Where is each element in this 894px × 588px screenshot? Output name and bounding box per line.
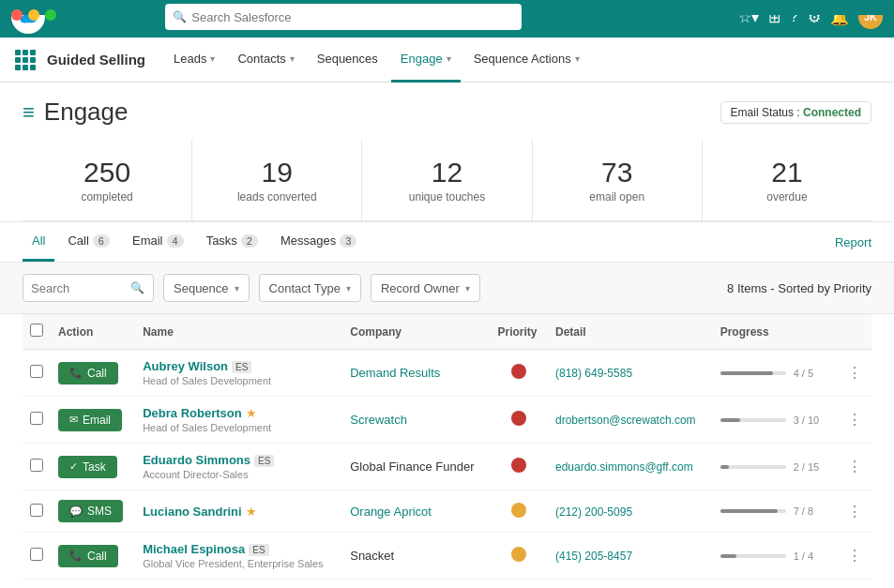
table-row: 💬 SMS Luciano Sandrini★ Orange Apricot (… xyxy=(23,490,871,533)
tab-messages[interactable]: Messages 3 xyxy=(271,222,366,262)
select-all-checkbox[interactable] xyxy=(30,324,43,337)
col-priority: Priority xyxy=(490,314,548,350)
company-name: Global Finance Funder xyxy=(350,460,474,474)
detail-link[interactable]: (818) 649-5585 xyxy=(555,367,632,380)
detail-link[interactable]: drobertson@screwatch.com xyxy=(555,414,696,427)
col-name: Name xyxy=(135,314,342,350)
nav-sequences[interactable]: Sequences xyxy=(308,38,387,83)
contact-name[interactable]: Michael Espinosa xyxy=(143,542,245,556)
priority-indicator xyxy=(511,364,526,379)
nav-contacts[interactable]: Contacts ▾ xyxy=(228,38,303,83)
more-options-button[interactable]: ⋮ xyxy=(847,458,862,475)
brand: Guided Selling xyxy=(15,50,145,70)
search-input[interactable] xyxy=(165,4,522,30)
contact-type-dropdown[interactable]: Contact Type ▾ xyxy=(259,274,361,302)
engage-icon: ≡ xyxy=(23,100,35,125)
nav-sequence-actions[interactable]: Sequence Actions ▾ xyxy=(464,38,589,83)
email-status-badge: Email Status : Connected xyxy=(720,101,871,124)
detail-link[interactable]: eduardo.simmons@gff.com xyxy=(555,460,693,474)
tab-call[interactable]: Call 6 xyxy=(58,222,119,262)
progress-bar-container: 3 / 10 xyxy=(720,415,832,426)
progress-bar-fill xyxy=(720,465,729,469)
record-owner-dropdown[interactable]: Record Owner ▾ xyxy=(371,274,480,302)
filters-row: 🔍 Sequence ▾ Contact Type ▾ Record Owner… xyxy=(0,263,894,314)
contact-name[interactable]: Eduardo Simmons xyxy=(143,453,250,467)
nav-leads[interactable]: Leads ▾ xyxy=(164,38,224,83)
detail-link[interactable]: (212) 200-5095 xyxy=(555,505,632,519)
stat-unique-touches: 12 unique touches xyxy=(362,140,532,220)
more-options-button[interactable]: ⋮ xyxy=(847,364,862,382)
sequence-dropdown[interactable]: Sequence ▾ xyxy=(163,274,250,302)
progress-bar-track xyxy=(720,418,786,422)
contact-name[interactable]: Debra Robertson xyxy=(143,406,241,420)
minimize-button[interactable] xyxy=(28,9,39,21)
name-badge: ES xyxy=(232,361,251,373)
brand-label: Guided Selling xyxy=(47,52,145,68)
search-filter-input[interactable] xyxy=(31,281,125,295)
page-header: ≡ Engage Email Status : Connected 250 co… xyxy=(0,83,894,222)
tab-email[interactable]: Email 4 xyxy=(123,222,193,262)
progress-bar-container: 2 / 15 xyxy=(720,461,832,473)
priority-indicator xyxy=(511,547,526,562)
company-link[interactable]: Demand Results xyxy=(350,366,440,380)
name-badge: ES xyxy=(249,544,268,556)
contact-name[interactable]: Luciano Sandrini xyxy=(143,505,241,519)
more-options-button[interactable]: ⋮ xyxy=(847,503,862,520)
report-link[interactable]: Report xyxy=(835,235,871,249)
maximize-button[interactable] xyxy=(45,9,56,21)
chevron-down-icon: ▾ xyxy=(447,53,451,64)
action-task-button[interactable]: ✓ Task xyxy=(58,456,117,478)
close-button[interactable] xyxy=(11,9,23,21)
col-detail: Detail xyxy=(548,314,713,350)
chevron-down-icon: ▾ xyxy=(235,283,239,294)
task-icon: ✓ xyxy=(69,460,78,473)
company-link[interactable]: Orange Apricot xyxy=(350,505,432,519)
chevron-down-icon: ▾ xyxy=(210,53,215,64)
tab-tasks[interactable]: Tasks 2 xyxy=(197,222,267,262)
row-checkbox[interactable] xyxy=(30,459,43,472)
star-icon: ★ xyxy=(246,406,257,420)
contact-title: Head of Sales Development xyxy=(143,422,335,433)
search-container: 🔍 xyxy=(165,4,522,30)
detail-link[interactable]: (415) 205-8457 xyxy=(555,550,632,563)
chevron-down-icon: ▾ xyxy=(290,53,295,64)
progress-bar-fill xyxy=(720,418,740,422)
company-link[interactable]: Screwatch xyxy=(350,413,407,427)
row-checkbox[interactable] xyxy=(30,504,43,517)
table-container: Action Name Company Priority Detail Prog… xyxy=(0,314,894,588)
row-checkbox[interactable] xyxy=(30,548,43,561)
action-sms-button[interactable]: 💬 SMS xyxy=(58,500,123,522)
action-call-button[interactable]: 📞 Call xyxy=(58,362,118,384)
action-email-button[interactable]: ✉ Email xyxy=(58,409,122,431)
star-icon: ★ xyxy=(246,505,257,519)
tabs-row: All Call 6 Email 4 Tasks 2 Messages 3 Re… xyxy=(0,222,894,263)
progress-bar-track xyxy=(720,371,786,375)
progress-bar-container: 1 / 4 xyxy=(720,550,832,562)
progress-text: 3 / 10 xyxy=(794,415,820,426)
stat-overdue: 21 overdue xyxy=(703,140,871,220)
action-call-button[interactable]: 📞 Call xyxy=(58,545,118,567)
table-row: ✓ Task Eduardo SimmonsES Account Directo… xyxy=(23,444,871,490)
chevron-down-icon: ▾ xyxy=(575,53,580,64)
table-row: 📞 Call Timothy Fisher★ People + Sales Ma… xyxy=(23,580,871,589)
contact-title: Global Vice President, Enterprise Sales xyxy=(143,558,335,569)
row-checkbox[interactable] xyxy=(30,365,43,378)
progress-text: 7 / 8 xyxy=(794,505,813,517)
chevron-down-icon: ▾ xyxy=(346,283,351,294)
items-count: 8 Items - Sorted by Priority xyxy=(727,281,871,295)
contact-name[interactable]: Aubrey Wilson xyxy=(143,359,228,373)
priority-indicator xyxy=(511,503,526,518)
stat-email-open: 73 email open xyxy=(533,140,703,220)
row-checkbox[interactable] xyxy=(30,412,43,425)
more-options-button[interactable]: ⋮ xyxy=(847,411,862,429)
progress-text: 1 / 4 xyxy=(794,550,813,562)
app-grid-icon[interactable] xyxy=(15,50,36,70)
progress-bar-track xyxy=(720,554,786,558)
progress-bar-track xyxy=(720,465,786,469)
table-header-row: Action Name Company Priority Detail Prog… xyxy=(23,314,871,350)
more-options-button[interactable]: ⋮ xyxy=(847,547,862,565)
contact-title: Account Director-Sales xyxy=(143,469,335,480)
nav-engage[interactable]: Engage ▾ xyxy=(391,38,461,83)
search-filter-icon: 🔍 xyxy=(130,281,144,294)
tab-all[interactable]: All xyxy=(23,222,54,262)
